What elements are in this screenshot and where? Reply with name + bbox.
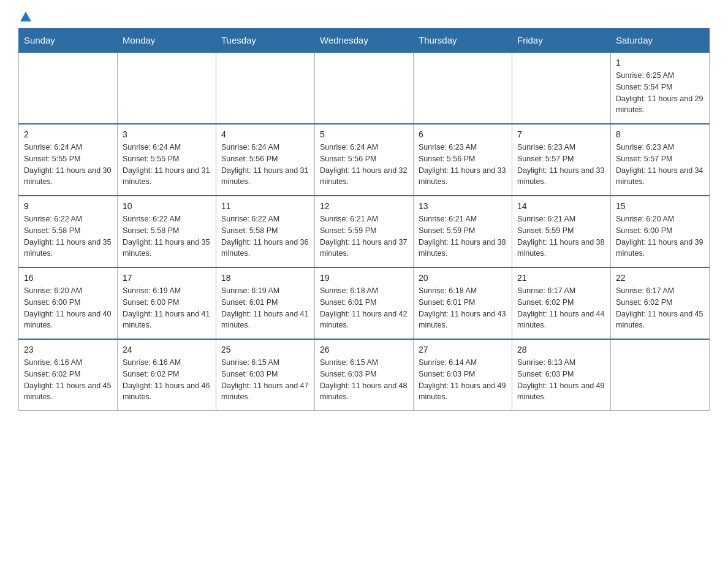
day-info: Sunrise: 6:19 AM Sunset: 6:01 PM Dayligh… <box>221 285 309 331</box>
calendar-header-wednesday: Wednesday <box>315 29 414 53</box>
calendar-week-row: 2Sunrise: 6:24 AM Sunset: 5:55 PM Daylig… <box>19 124 710 196</box>
day-info: Sunrise: 6:17 AM Sunset: 6:02 PM Dayligh… <box>517 285 605 331</box>
day-info: Sunrise: 6:23 AM Sunset: 5:57 PM Dayligh… <box>517 142 605 188</box>
day-info: Sunrise: 6:16 AM Sunset: 6:02 PM Dayligh… <box>24 357 112 403</box>
day-number: 16 <box>24 273 112 283</box>
calendar-cell: 11Sunrise: 6:22 AM Sunset: 5:58 PM Dayli… <box>216 196 315 267</box>
calendar-week-row: 1Sunrise: 6:25 AM Sunset: 5:54 PM Daylig… <box>19 52 710 124</box>
day-number: 21 <box>517 273 605 283</box>
logo <box>18 12 31 22</box>
calendar-header-saturday: Saturday <box>611 29 710 53</box>
day-info: Sunrise: 6:22 AM Sunset: 5:58 PM Dayligh… <box>123 213 211 259</box>
calendar-cell: 1Sunrise: 6:25 AM Sunset: 5:54 PM Daylig… <box>611 52 710 124</box>
day-info: Sunrise: 6:13 AM Sunset: 6:03 PM Dayligh… <box>517 357 605 403</box>
calendar-week-row: 16Sunrise: 6:20 AM Sunset: 6:00 PM Dayli… <box>19 267 710 339</box>
day-number: 20 <box>419 273 507 283</box>
day-number: 26 <box>320 345 408 354</box>
calendar-header-friday: Friday <box>512 29 611 53</box>
day-number: 27 <box>419 345 507 354</box>
calendar-cell: 2Sunrise: 6:24 AM Sunset: 5:55 PM Daylig… <box>19 124 118 196</box>
day-info: Sunrise: 6:17 AM Sunset: 6:02 PM Dayligh… <box>616 285 704 331</box>
calendar-cell: 17Sunrise: 6:19 AM Sunset: 6:00 PM Dayli… <box>118 267 216 339</box>
calendar-cell <box>19 52 118 124</box>
day-info: Sunrise: 6:16 AM Sunset: 6:02 PM Dayligh… <box>123 357 211 403</box>
day-info: Sunrise: 6:15 AM Sunset: 6:03 PM Dayligh… <box>221 357 309 403</box>
day-info: Sunrise: 6:25 AM Sunset: 5:54 PM Dayligh… <box>616 70 704 116</box>
page-header <box>18 12 710 22</box>
day-info: Sunrise: 6:20 AM Sunset: 6:00 PM Dayligh… <box>616 213 704 259</box>
day-number: 10 <box>123 201 211 211</box>
day-info: Sunrise: 6:22 AM Sunset: 5:58 PM Dayligh… <box>24 213 112 259</box>
calendar-cell: 16Sunrise: 6:20 AM Sunset: 6:00 PM Dayli… <box>19 267 118 339</box>
day-number: 14 <box>517 201 605 211</box>
calendar-cell: 8Sunrise: 6:23 AM Sunset: 5:57 PM Daylig… <box>611 124 710 196</box>
calendar-cell <box>611 339 710 411</box>
day-number: 22 <box>616 273 704 283</box>
calendar-cell: 19Sunrise: 6:18 AM Sunset: 6:01 PM Dayli… <box>315 267 414 339</box>
calendar-cell: 7Sunrise: 6:23 AM Sunset: 5:57 PM Daylig… <box>512 124 611 196</box>
calendar-cell: 15Sunrise: 6:20 AM Sunset: 6:00 PM Dayli… <box>611 196 710 267</box>
calendar-cell: 22Sunrise: 6:17 AM Sunset: 6:02 PM Dayli… <box>611 267 710 339</box>
day-number: 17 <box>123 273 211 283</box>
calendar-header-sunday: Sunday <box>19 29 118 53</box>
calendar-cell: 20Sunrise: 6:18 AM Sunset: 6:01 PM Dayli… <box>414 267 512 339</box>
calendar-cell: 24Sunrise: 6:16 AM Sunset: 6:02 PM Dayli… <box>118 339 216 411</box>
day-number: 4 <box>221 129 309 139</box>
day-info: Sunrise: 6:24 AM Sunset: 5:55 PM Dayligh… <box>24 142 112 188</box>
calendar-cell: 4Sunrise: 6:24 AM Sunset: 5:56 PM Daylig… <box>216 124 315 196</box>
day-info: Sunrise: 6:22 AM Sunset: 5:58 PM Dayligh… <box>221 213 309 259</box>
day-number: 6 <box>419 129 507 139</box>
calendar-header-monday: Monday <box>118 29 216 53</box>
day-info: Sunrise: 6:21 AM Sunset: 5:59 PM Dayligh… <box>517 213 605 259</box>
day-info: Sunrise: 6:18 AM Sunset: 6:01 PM Dayligh… <box>320 285 408 331</box>
day-info: Sunrise: 6:14 AM Sunset: 6:03 PM Dayligh… <box>419 357 507 403</box>
day-info: Sunrise: 6:24 AM Sunset: 5:56 PM Dayligh… <box>221 142 309 188</box>
calendar-cell: 12Sunrise: 6:21 AM Sunset: 5:59 PM Dayli… <box>315 196 414 267</box>
day-info: Sunrise: 6:21 AM Sunset: 5:59 PM Dayligh… <box>320 213 408 259</box>
calendar-cell: 18Sunrise: 6:19 AM Sunset: 6:01 PM Dayli… <box>216 267 315 339</box>
day-number: 9 <box>24 201 112 211</box>
calendar-cell <box>315 52 414 124</box>
day-info: Sunrise: 6:19 AM Sunset: 6:00 PM Dayligh… <box>123 285 211 331</box>
day-number: 25 <box>221 345 309 354</box>
day-number: 23 <box>24 345 112 354</box>
calendar-cell: 13Sunrise: 6:21 AM Sunset: 5:59 PM Dayli… <box>414 196 512 267</box>
day-number: 12 <box>320 201 408 211</box>
calendar-cell: 3Sunrise: 6:24 AM Sunset: 5:55 PM Daylig… <box>118 124 216 196</box>
day-number: 7 <box>517 129 605 139</box>
calendar-cell: 6Sunrise: 6:23 AM Sunset: 5:56 PM Daylig… <box>414 124 512 196</box>
calendar-cell: 28Sunrise: 6:13 AM Sunset: 6:03 PM Dayli… <box>512 339 611 411</box>
calendar-cell: 26Sunrise: 6:15 AM Sunset: 6:03 PM Dayli… <box>315 339 414 411</box>
calendar-cell: 21Sunrise: 6:17 AM Sunset: 6:02 PM Dayli… <box>512 267 611 339</box>
day-number: 13 <box>419 201 507 211</box>
logo-triangle-icon <box>20 12 31 21</box>
day-number: 5 <box>320 129 408 139</box>
day-number: 2 <box>24 129 112 139</box>
day-info: Sunrise: 6:20 AM Sunset: 6:00 PM Dayligh… <box>24 285 112 331</box>
calendar-header-row: SundayMondayTuesdayWednesdayThursdayFrid… <box>19 29 710 53</box>
calendar-week-row: 23Sunrise: 6:16 AM Sunset: 6:02 PM Dayli… <box>19 339 710 411</box>
calendar-week-row: 9Sunrise: 6:22 AM Sunset: 5:58 PM Daylig… <box>19 196 710 267</box>
day-number: 8 <box>616 129 704 139</box>
calendar-cell: 5Sunrise: 6:24 AM Sunset: 5:56 PM Daylig… <box>315 124 414 196</box>
calendar-cell: 27Sunrise: 6:14 AM Sunset: 6:03 PM Dayli… <box>414 339 512 411</box>
calendar-header-thursday: Thursday <box>414 29 512 53</box>
calendar-cell: 10Sunrise: 6:22 AM Sunset: 5:58 PM Dayli… <box>118 196 216 267</box>
day-info: Sunrise: 6:24 AM Sunset: 5:56 PM Dayligh… <box>320 142 408 188</box>
day-number: 15 <box>616 201 704 211</box>
calendar-cell <box>216 52 315 124</box>
day-info: Sunrise: 6:23 AM Sunset: 5:57 PM Dayligh… <box>616 142 704 188</box>
calendar-cell: 14Sunrise: 6:21 AM Sunset: 5:59 PM Dayli… <box>512 196 611 267</box>
calendar-cell: 9Sunrise: 6:22 AM Sunset: 5:58 PM Daylig… <box>19 196 118 267</box>
calendar-cell: 25Sunrise: 6:15 AM Sunset: 6:03 PM Dayli… <box>216 339 315 411</box>
day-number: 24 <box>123 345 211 354</box>
calendar-cell <box>414 52 512 124</box>
day-info: Sunrise: 6:18 AM Sunset: 6:01 PM Dayligh… <box>419 285 507 331</box>
day-number: 18 <box>221 273 309 283</box>
day-info: Sunrise: 6:24 AM Sunset: 5:55 PM Dayligh… <box>123 142 211 188</box>
day-info: Sunrise: 6:21 AM Sunset: 5:59 PM Dayligh… <box>419 213 507 259</box>
day-number: 1 <box>616 58 704 67</box>
calendar-table: SundayMondayTuesdayWednesdayThursdayFrid… <box>18 28 710 411</box>
calendar-header-tuesday: Tuesday <box>216 29 315 53</box>
calendar-cell <box>512 52 611 124</box>
